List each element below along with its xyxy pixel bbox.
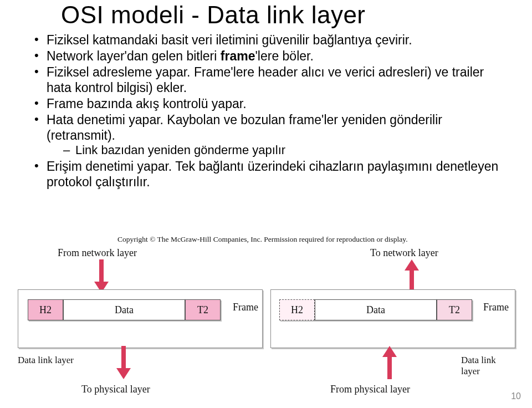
- bullet-list: Fiziksel katmandaki basit veri iletimini…: [32, 32, 504, 190]
- sub-item: Link bazıdan yeniden gönderme yapılır: [63, 143, 504, 158]
- label-data-link-layer: Data link layer: [461, 355, 516, 377]
- bullet-item: Network layer'dan gelen bitleri frame'le…: [32, 48, 504, 64]
- bullet-item: Erişim denetimi yapar. Tek bağlantı üzer…: [32, 159, 504, 190]
- page-number: 10: [511, 391, 521, 401]
- segment-h2: H2: [28, 299, 63, 320]
- arrow-down-icon: [95, 259, 108, 293]
- label-from-physical: From physical layer: [330, 384, 410, 395]
- bullet-text: Network layer'dan gelen bitleri: [47, 49, 221, 63]
- segment-t2: T2: [437, 299, 472, 320]
- arrow-up-icon: [383, 346, 396, 379]
- label-to-network: To network layer: [370, 247, 438, 259]
- label-from-network: From network layer: [58, 247, 137, 259]
- sub-list: Link bazıdan yeniden gönderme yapılır: [63, 143, 504, 158]
- segment-data: Data: [63, 299, 185, 320]
- copyright-text: Copyright © The McGraw-Hill Companies, I…: [117, 235, 408, 244]
- segment-data: Data: [315, 299, 437, 320]
- frame-right: H2 Data T2: [279, 299, 479, 322]
- slide-title: OSI modeli - Data link layer: [61, 1, 504, 29]
- arrow-up-icon: [406, 259, 418, 293]
- bullet-item: Hata denetimi yapar. Kaybolan ve bozulan…: [32, 112, 504, 158]
- segment-t2: T2: [185, 299, 221, 320]
- arrow-down-icon: [117, 346, 130, 379]
- bullet-text: 'lere böler.: [255, 49, 313, 63]
- bullet-text: Hata denetimi yapar. Kaybolan ve bozulan…: [47, 113, 442, 142]
- diagram: Copyright © The McGraw-Hill Companies, I…: [18, 235, 516, 399]
- label-frame: Frame: [483, 302, 509, 313]
- label-data-link-layer: Data link layer: [18, 355, 74, 366]
- frame-left: H2 Data T2: [28, 299, 227, 322]
- label-frame: Frame: [233, 302, 258, 313]
- bullet-item: Fiziksel katmandaki basit veri iletimini…: [32, 32, 504, 48]
- bullet-item: Frame bazında akış kontrolü yapar.: [32, 96, 504, 111]
- bullet-bold: frame: [221, 49, 255, 63]
- label-to-physical: To physical layer: [81, 384, 150, 395]
- segment-h2: H2: [279, 299, 315, 320]
- bullet-item: Fiziksel adresleme yapar. Frame'lere hea…: [32, 64, 504, 95]
